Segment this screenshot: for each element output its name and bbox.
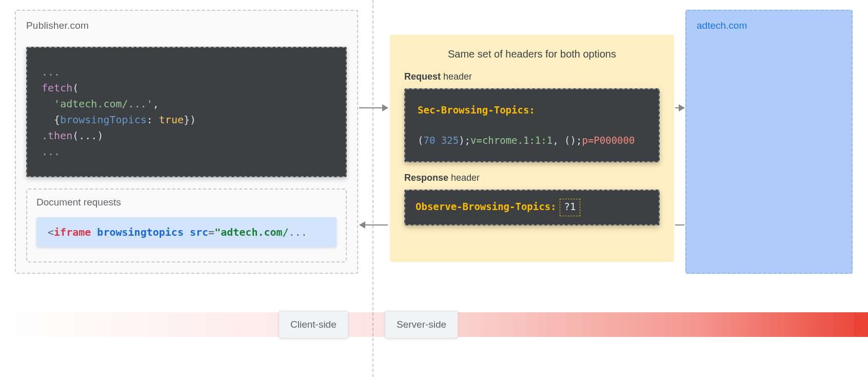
req-vchrome: chrome.1:1:1: [482, 135, 553, 146]
publisher-label: Publisher.com: [26, 20, 347, 31]
code-then: .then: [42, 129, 72, 142]
code-brace-close: }: [184, 114, 190, 126]
iframe-attr-src: src: [190, 226, 208, 238]
code-comma: ,: [153, 98, 159, 110]
req-paren1: (: [418, 135, 423, 146]
req-semi2: ;: [576, 135, 582, 146]
server-side-chip: Server-side: [385, 311, 458, 338]
code-paren-close: ): [190, 114, 196, 126]
code-colon: :: [147, 114, 159, 126]
code-ellipsis-bot: ...: [42, 145, 60, 158]
publisher-panel: Publisher.com ... fetch( 'adtech.com/...…: [15, 10, 358, 274]
arrow-response-to-iframe: [360, 224, 388, 225]
response-header-label: Response header: [404, 173, 660, 183]
req-paren3: (: [564, 135, 570, 146]
code-ellipsis-top: ...: [42, 66, 60, 78]
req-pval: P000000: [594, 135, 635, 146]
req-num2: 325: [441, 135, 459, 146]
iframe-chip: <iframe browsingtopics src="adtech.com/.…: [36, 217, 337, 247]
adtech-panel: adtech.com: [685, 10, 853, 274]
req-veq: v=: [470, 135, 482, 146]
request-header-label: Request header: [404, 71, 660, 82]
code-opt-val: true: [159, 114, 184, 126]
arrow-fetch-to-headers: [359, 107, 388, 108]
request-header-name: Sec-Browsing-Topics:: [418, 104, 535, 116]
code-fn-fetch: fetch: [42, 82, 72, 94]
iframe-eq: =: [208, 226, 214, 238]
iframe-val-text: adtech.com/: [221, 226, 288, 238]
headers-panel: Same set of headers for both options Req…: [390, 35, 674, 262]
response-header-block: Observe-Browsing-Topics:?1: [404, 190, 660, 225]
client-side-chip: Client-side: [279, 311, 348, 338]
req-semi1: ;: [465, 135, 470, 146]
iframe-attr-browsingtopics: browsingtopics: [97, 226, 184, 238]
code-arg-url: 'adtech.com/...': [54, 98, 153, 110]
req-space: [435, 135, 441, 146]
request-header-block: Sec-Browsing-Topics: (70 325);v=chrome.1…: [404, 88, 660, 162]
req-peq: p=: [582, 135, 594, 146]
fetch-code-block: ... fetch( 'adtech.com/...', {browsingTo…: [26, 47, 347, 177]
response-header-name: Observe-Browsing-Topics:: [416, 201, 557, 212]
arrow-headers-to-adtech: [675, 107, 684, 108]
document-requests-panel: Document requests <iframe browsingtopics…: [26, 188, 347, 262]
iframe-val-dots: ...: [289, 226, 307, 238]
arrow-adtech-to-headers: [675, 224, 684, 225]
code-opt-key: browsingTopics: [60, 114, 147, 126]
code-brace-open: {: [54, 114, 60, 126]
iframe-tagname: iframe: [54, 226, 91, 238]
headers-panel-title: Same set of headers for both options: [404, 48, 660, 60]
req-num1: 70: [423, 135, 435, 146]
req-comma: ,: [553, 135, 564, 146]
document-requests-label: Document requests: [36, 197, 337, 208]
req-paren4: ): [570, 135, 576, 146]
iframe-lt: <: [48, 226, 54, 238]
code-then-args: (...): [72, 129, 103, 142]
iframe-val-open: ": [214, 226, 221, 238]
response-header-value: ?1: [560, 199, 581, 216]
adtech-label: adtech.com: [697, 20, 841, 31]
req-paren2: ): [459, 135, 464, 146]
code-paren-open: (: [72, 82, 78, 94]
